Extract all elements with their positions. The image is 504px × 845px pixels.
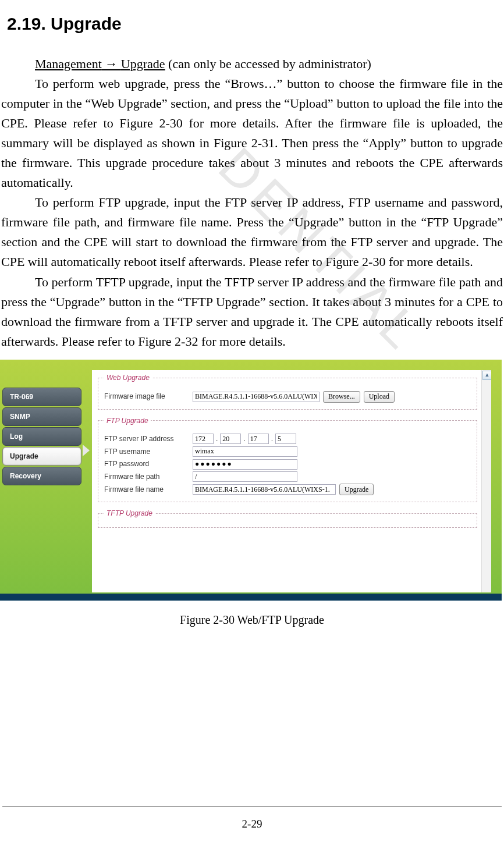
- ftp-filepath-input[interactable]: [193, 471, 297, 482]
- breadcrumb-arrow-icon: →: [102, 56, 121, 71]
- tftp-upgrade-group: TFTP Upgrade: [98, 508, 477, 528]
- ftp-ip-label: FTP server IP address: [104, 434, 193, 445]
- firmware-image-file-label: Firmware image file: [104, 391, 193, 402]
- upload-button[interactable]: Upload: [364, 391, 395, 403]
- sidebar: TR-069 SNMP Log Upgrade Recovery: [2, 388, 81, 485]
- paragraph-ftp-upgrade: To perform FTP upgrade, input the FTP se…: [1, 193, 503, 272]
- figure-2-30: TR-069 SNMP Log Upgrade Recovery Web Upg…: [0, 360, 504, 629]
- tftp-upgrade-legend: TFTP Upgrade: [104, 508, 155, 519]
- dot-icon: .: [216, 434, 218, 445]
- ftp-username-label: FTP username: [104, 446, 193, 457]
- dot-icon: .: [271, 434, 273, 445]
- ftp-upgrade-button[interactable]: Upgrade: [339, 484, 374, 495]
- breadcrumb-target: Upgrade: [121, 56, 165, 71]
- scroll-up-icon[interactable]: ▲: [482, 371, 491, 380]
- footer-rule: [2, 807, 502, 807]
- ftp-password-label: FTP password: [104, 459, 193, 470]
- content-pane: Web Upgrade Firmware image file Browse..…: [92, 370, 491, 592]
- paragraph-tftp-upgrade: To perform TFTP upgrade, input the TFTP …: [1, 272, 503, 352]
- ftp-filename-input[interactable]: [193, 484, 336, 495]
- sidebar-item-label: Log: [10, 431, 23, 442]
- app-window: TR-069 SNMP Log Upgrade Recovery Web Upg…: [0, 360, 502, 601]
- sidebar-item-tr069[interactable]: TR-069: [2, 388, 81, 406]
- active-indicator-icon: [83, 445, 90, 456]
- sidebar-item-recovery[interactable]: Recovery: [2, 467, 81, 485]
- figure-caption: Figure 2-30 Web/FTP Upgrade: [0, 611, 504, 629]
- section-heading: 2.19. Upgrade: [7, 10, 504, 38]
- breadcrumb-path: Management: [35, 56, 102, 71]
- ftp-filepath-label: Firmware file path: [104, 471, 193, 482]
- firmware-image-file-input[interactable]: [193, 392, 320, 402]
- body-text: Management → Upgrade (can only be access…: [1, 54, 503, 352]
- sidebar-item-snmp[interactable]: SNMP: [2, 407, 81, 426]
- sidebar-item-upgrade[interactable]: Upgrade: [2, 447, 81, 466]
- breadcrumb-note: (can only be accessed by administrator): [165, 56, 371, 71]
- web-upgrade-group: Web Upgrade Firmware image file Browse..…: [98, 372, 477, 410]
- ftp-password-input[interactable]: [193, 459, 297, 470]
- dot-icon: .: [243, 434, 245, 445]
- vertical-scrollbar[interactable]: ▲: [481, 370, 491, 592]
- page-number: 2-29: [242, 818, 262, 830]
- sidebar-item-label: Recovery: [10, 471, 41, 482]
- sidebar-item-label: TR-069: [10, 392, 33, 403]
- ftp-username-input[interactable]: [193, 446, 297, 457]
- paragraph-web-upgrade: To perform web upgrade, press the “Brows…: [1, 74, 503, 193]
- ftp-upgrade-group: FTP Upgrade FTP server IP address . . . …: [98, 416, 477, 503]
- browse-button[interactable]: Browse...: [323, 391, 360, 403]
- ftp-ip-octet-1[interactable]: [193, 434, 214, 444]
- sidebar-item-log[interactable]: Log: [2, 427, 81, 446]
- ftp-upgrade-legend: FTP Upgrade: [104, 416, 151, 427]
- ftp-ip-octet-4[interactable]: [275, 434, 296, 444]
- web-upgrade-legend: Web Upgrade: [104, 372, 152, 384]
- sidebar-item-label: Upgrade: [10, 451, 38, 462]
- sidebar-item-label: SNMP: [10, 411, 30, 422]
- ftp-filename-label: Firmware file name: [104, 484, 193, 495]
- page-footer: 2-29: [0, 807, 504, 832]
- ftp-ip-octet-3[interactable]: [248, 434, 269, 444]
- ftp-ip-octet-2[interactable]: [220, 434, 241, 444]
